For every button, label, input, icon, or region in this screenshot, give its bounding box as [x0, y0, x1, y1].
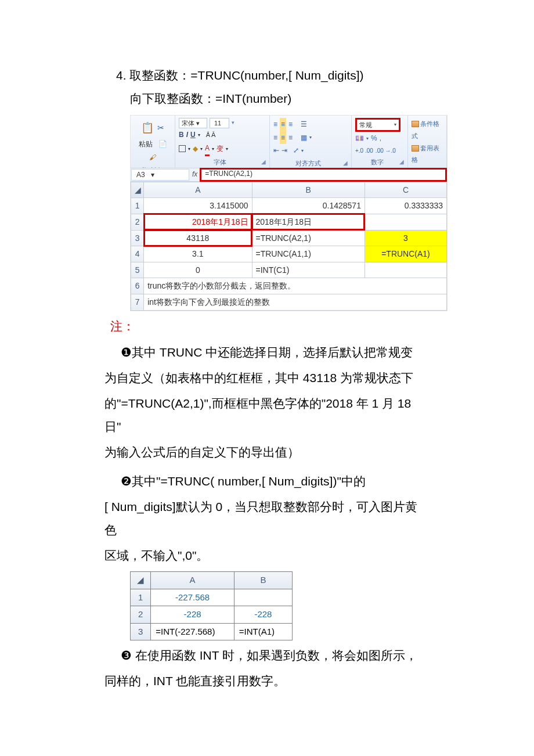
cell-a7[interactable]: int将数字向下舍入到最接近的整数 [144, 294, 447, 310]
align-bottom-icon[interactable]: ≡ [288, 118, 293, 131]
cell-b4[interactable]: =TRUNC(A1,1) [252, 246, 365, 262]
cell-b2[interactable]: 2018年1月18日 [252, 214, 365, 230]
para2-line2: [ Num_digits]默认为 0，当只想取整数部分时，可入图片黄色 [104, 495, 430, 542]
col-header-a-2[interactable]: A [151, 572, 234, 589]
col-header-b[interactable]: B [252, 182, 365, 198]
bold-button[interactable]: B [179, 128, 184, 142]
cell-b3[interactable]: =TRUNC(A2,1) [252, 230, 365, 246]
currency-icon[interactable]: 💷 [355, 132, 364, 145]
row-header-3-2[interactable]: 3 [131, 623, 151, 640]
align-middle-icon[interactable]: ≡ [280, 118, 286, 131]
fill-color-icon[interactable]: ◆ [193, 142, 198, 156]
excel-screenshot-2: ◢ A B 1 -227.568 2 -228 -228 3 =INT(-227… [130, 571, 293, 640]
list-number: 4. [116, 69, 127, 82]
row-header-2[interactable]: 2 [131, 214, 144, 230]
number-format-select[interactable]: 常规▾ [355, 118, 400, 132]
name-box[interactable]: A3 ▾ [131, 169, 189, 181]
spreadsheet-grid: ◢ A B C 1 3.1415000 0.1428571 0.3333333 … [131, 182, 447, 311]
list-item-4: 4. 取整函数：=TRUNC(number,[ Num_digits]) [118, 64, 430, 87]
increase-decimal-icon[interactable]: +.0 .00 [355, 145, 373, 156]
paste-label[interactable]: 粘贴 [139, 138, 153, 151]
select-all-corner[interactable]: ◢ [131, 182, 144, 198]
para2-line3: 区域，不输入",0"。 [104, 544, 430, 567]
col-header-a[interactable]: A [144, 182, 252, 198]
align-center-icon[interactable]: ≡ [280, 131, 286, 145]
cell-c1[interactable]: 0.3333333 [365, 198, 446, 214]
cell-a6[interactable]: trunc将数字的小数部分截去，返回整数。 [144, 278, 447, 294]
para3-line1: ❸ 在使用函数 INT 时，如果遇到负数，将会如图所示， [121, 649, 417, 662]
align-dialog-launcher-icon[interactable]: ◢ [343, 157, 348, 168]
clipboard-dialog-launcher-icon[interactable]: ◢ [167, 164, 171, 168]
row-header-7[interactable]: 7 [131, 294, 144, 310]
row-header-6[interactable]: 6 [131, 278, 144, 294]
para1-line2: 为自定义（如表格中的红框框，其中 43118 为常规状态下 [104, 366, 430, 390]
cell-a3[interactable]: 43118 [144, 230, 252, 246]
font-name-select[interactable]: 宋体 ▾ [179, 118, 207, 128]
ribbon-group-styles: 条件格式 套用表格 单元格样 样式 [408, 116, 447, 168]
excel-screenshot-1: 📋 ✂ 粘贴 📄 🖌 剪贴板 ◢ 宋体 ▾ 11 ▾ [130, 115, 448, 311]
phonetic-icon[interactable]: 变 [217, 142, 223, 156]
formula-input[interactable]: =TRUNC(A2,1) [200, 168, 447, 182]
cell2-a2[interactable]: -228 [151, 606, 234, 624]
increase-indent-icon[interactable]: ⇥ [282, 144, 287, 157]
decrease-indent-icon[interactable]: ⇤ [273, 144, 279, 157]
format-painter-icon[interactable]: 🖌 [149, 151, 156, 164]
cell-c2[interactable] [365, 214, 446, 230]
cell-b1[interactable]: 0.1428571 [252, 198, 365, 214]
merge-center-icon[interactable]: ▦ [301, 131, 307, 145]
align-right-icon[interactable]: ≡ [288, 131, 293, 145]
cut-icon[interactable]: ✂ [157, 120, 164, 136]
fx-icon[interactable]: fx [192, 168, 197, 181]
row-header-4[interactable]: 4 [131, 246, 144, 262]
cell2-a1[interactable]: -227.568 [151, 589, 234, 606]
cell-a5[interactable]: 0 [144, 262, 252, 278]
align-top-icon[interactable]: ≡ [273, 118, 277, 131]
align-left-icon[interactable]: ≡ [273, 131, 277, 145]
font-dialog-launcher-icon[interactable]: ◢ [261, 156, 266, 167]
number-dialog-launcher-icon[interactable]: ◢ [399, 156, 404, 167]
ribbon-group-number: 常规▾ 💷▾ % , +.0 .00 .00 →.0 数字 ◢ [352, 116, 408, 168]
col-header-b-2[interactable]: B [234, 572, 292, 589]
row-header-1-2[interactable]: 1 [131, 589, 151, 606]
cell2-b1[interactable] [234, 589, 292, 606]
italic-button[interactable]: I [186, 128, 188, 142]
wrap-text-icon[interactable]: ☰ [301, 118, 307, 131]
number-group-label: 数字 [371, 159, 384, 165]
select-all-corner-2[interactable]: ◢ [131, 572, 151, 589]
para1-line3: 的"=TRUNC(A2,1)",而框框中黑色字体的"2018 年 1 月 18 … [104, 392, 430, 438]
para3-line2: 同样的，INT 也能直接引用数字。 [104, 669, 430, 693]
cell-c3[interactable]: 3 [365, 230, 446, 246]
font-color-icon[interactable]: A [205, 142, 210, 157]
copy-icon[interactable]: 📄 [158, 138, 167, 151]
row-header-3[interactable]: 3 [131, 230, 144, 246]
percent-icon[interactable]: % [371, 132, 377, 145]
decrease-decimal-icon[interactable]: .00 →.0 [376, 145, 396, 156]
cell-a4[interactable]: 3.1 [144, 246, 252, 262]
cell-b5[interactable]: =INT(C1) [252, 262, 365, 278]
cell-a2[interactable]: 2018年1月18日 [144, 214, 252, 230]
row-header-1[interactable]: 1 [131, 198, 144, 214]
para1-line1: ❶其中 TRUNC 中还能选择日期，选择后默认把常规变 [121, 345, 413, 359]
note-label: 注： [104, 315, 430, 338]
orientation-icon[interactable]: ⤢ [293, 144, 299, 157]
col-header-c[interactable]: C [365, 182, 446, 198]
formula-bar: A3 ▾ fx =TRUNC(A2,1) [131, 168, 447, 182]
comma-icon[interactable]: , [380, 132, 381, 145]
cell2-b2[interactable]: -228 [234, 606, 292, 624]
ribbon-group-font: 宋体 ▾ 11 ▾ B I U▾ Â Ǎ ▾ ◆▾ A▾ 变▾ 字体 ◢ [175, 116, 270, 168]
cell-c4[interactable]: =TRUNC(A1) [365, 246, 446, 262]
row-header-5[interactable]: 5 [131, 262, 144, 278]
font-group-label: 字体 [214, 159, 226, 165]
ribbon-group-align: ≡ ≡ ≡ ☰ ≡ ≡ ≡ ▦▾ ⇤ ⇥ ⤢▾ 对齐方式 ◢ [270, 116, 352, 168]
row-header-2-2[interactable]: 2 [131, 606, 151, 624]
font-size-select[interactable]: 11 [210, 118, 229, 128]
list-text-int: 向下取整函数：=INT(number) [104, 87, 430, 110]
para1-line4: 为输入公式后的自定义下的导出值） [104, 441, 430, 464]
cell-c5[interactable] [365, 262, 446, 278]
underline-button[interactable]: U [190, 128, 196, 142]
cell-a1[interactable]: 3.1415000 [144, 198, 252, 214]
paste-icon[interactable]: 📋 [141, 118, 154, 138]
cell2-a3[interactable]: =INT(-227.568) [151, 623, 234, 640]
borders-icon[interactable] [179, 145, 186, 152]
cell2-b3[interactable]: =INT(A1) [234, 623, 292, 640]
